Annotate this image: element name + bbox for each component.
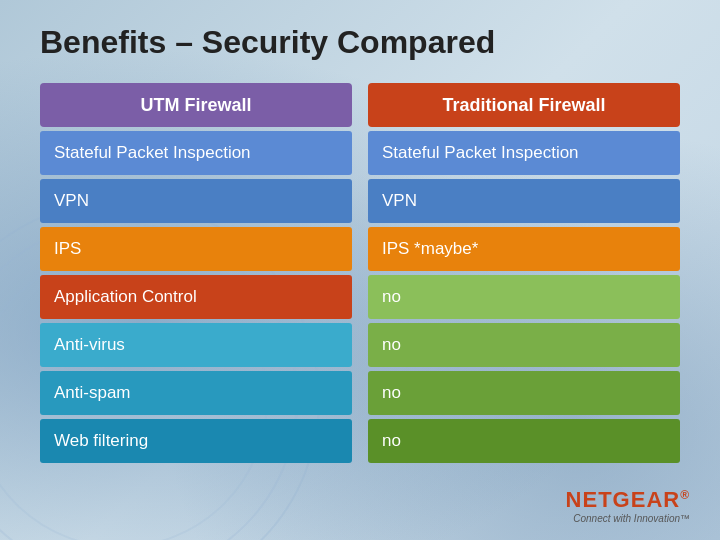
- utm-row-5: Anti-virus: [40, 323, 352, 367]
- traditional-header: Traditional Firewall: [368, 83, 680, 127]
- utm-row-1: Stateful Packet Inspection: [40, 131, 352, 175]
- page-title: Benefits – Security Compared: [40, 24, 680, 61]
- trad-row-2: VPN: [368, 179, 680, 223]
- brand-logo: NETGEAR® Connect with Innovation™: [566, 487, 690, 524]
- trad-row-1: Stateful Packet Inspection: [368, 131, 680, 175]
- trad-row-4: no: [368, 275, 680, 319]
- trad-row-6: no: [368, 371, 680, 415]
- utm-row-7: Web filtering: [40, 419, 352, 463]
- utm-row-2: VPN: [40, 179, 352, 223]
- utm-header: UTM Firewall: [40, 83, 352, 127]
- comparison-table: UTM Firewall Stateful Packet Inspection …: [40, 83, 680, 463]
- brand-tagline: Connect with Innovation™: [566, 513, 690, 524]
- utm-row-4: Application Control: [40, 275, 352, 319]
- utm-row-3: IPS: [40, 227, 352, 271]
- traditional-column: Traditional Firewall Stateful Packet Ins…: [368, 83, 680, 463]
- utm-column: UTM Firewall Stateful Packet Inspection …: [40, 83, 352, 463]
- trad-row-3: IPS *maybe*: [368, 227, 680, 271]
- trad-row-5: no: [368, 323, 680, 367]
- brand-name: NETGEAR®: [566, 487, 690, 513]
- trad-row-7: no: [368, 419, 680, 463]
- main-content: Benefits – Security Compared UTM Firewal…: [0, 0, 720, 483]
- utm-row-6: Anti-spam: [40, 371, 352, 415]
